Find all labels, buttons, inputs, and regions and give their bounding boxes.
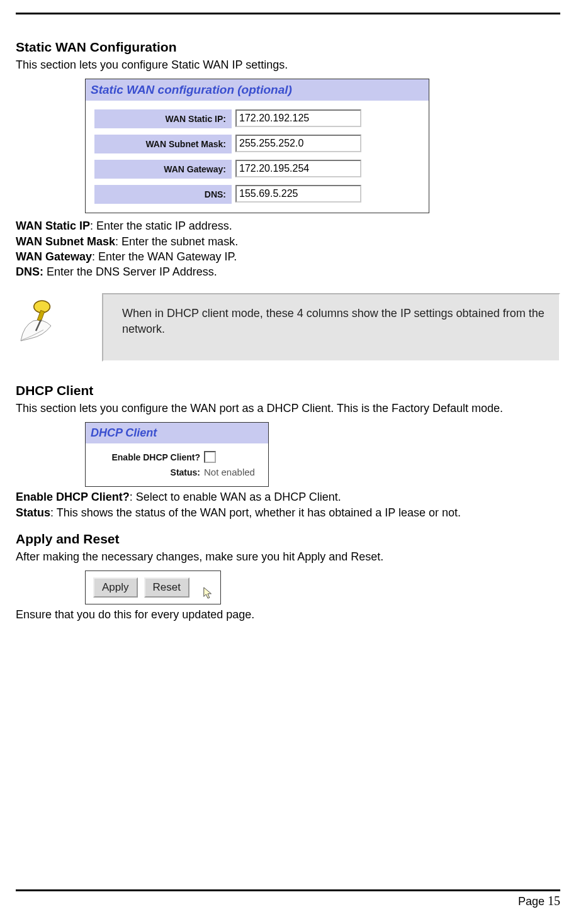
field-row-wan-subnet-mask: WAN Subnet Mask: <box>94 135 420 153</box>
dhcp-status-label: Status: <box>92 467 204 477</box>
def-wan-static-ip-desc: : Enter the static IP address. <box>90 220 232 232</box>
def-wan-gateway-desc: : Enter the WAN Gateway IP. <box>92 250 237 263</box>
static-wan-panel: Static WAN configuration (optional) WAN … <box>85 79 429 213</box>
dhcp-client-panel-title: DHCP Client <box>86 423 268 443</box>
def-status: Status: This shows the status of the WAN… <box>16 505 560 520</box>
apply-reset-heading: Apply and Reset <box>16 532 560 547</box>
label-wan-subnet-mask: WAN Subnet Mask: <box>94 135 232 153</box>
label-wan-gateway: WAN Gateway: <box>94 160 232 179</box>
input-wan-static-ip[interactable] <box>235 109 361 127</box>
label-dns: DNS: <box>94 185 232 204</box>
def-wan-subnet-mask-desc: : Enter the subnet mask. <box>115 235 238 248</box>
bottom-rule <box>16 889 560 891</box>
static-wan-panel-title: Static WAN configuration (optional) <box>86 79 429 101</box>
static-wan-heading: Static WAN Configuration <box>16 40 560 55</box>
dhcp-enable-label: Enable DHCP Client? <box>92 452 204 462</box>
page-number: Page 15 <box>16 894 560 908</box>
page-label: Page <box>518 895 548 908</box>
apply-reset-outro: Ensure that you do this for every update… <box>16 607 560 622</box>
def-enable-dhcp-term: Enable DHCP Client? <box>16 491 130 503</box>
def-wan-gateway: WAN Gateway: Enter the WAN Gateway IP. <box>16 249 560 264</box>
def-wan-subnet-mask: WAN Subnet Mask: Enter the subnet mask. <box>16 234 560 249</box>
dhcp-status-row: Status: Not enabled <box>92 467 262 477</box>
def-status-term: Status <box>16 506 50 519</box>
note-row: When in DHCP client mode, these 4 column… <box>16 293 560 362</box>
dhcp-enable-checkbox[interactable] <box>204 451 216 463</box>
mouse-cursor-icon <box>203 586 214 600</box>
def-wan-subnet-mask-term: WAN Subnet Mask <box>16 235 115 248</box>
def-wan-gateway-term: WAN Gateway <box>16 250 92 263</box>
label-wan-static-ip: WAN Static IP: <box>94 109 232 128</box>
dhcp-enable-row: Enable DHCP Client? <box>92 451 262 463</box>
pushpin-note-icon <box>16 293 76 348</box>
def-dns-desc: Enter the DNS Server IP Address. <box>43 265 217 278</box>
input-dns[interactable] <box>235 185 361 203</box>
dhcp-status-value: Not enabled <box>204 467 255 477</box>
def-wan-static-ip: WAN Static IP: Enter the static IP addre… <box>16 218 560 233</box>
dhcp-client-intro: This section lets you configure the WAN … <box>16 401 560 416</box>
field-row-dns: DNS: <box>94 185 420 204</box>
def-enable-dhcp: Enable DHCP Client?: Select to enable WA… <box>16 489 560 504</box>
def-dns-term: DNS: <box>16 265 43 278</box>
static-wan-intro: This section lets you configure Static W… <box>16 57 560 72</box>
def-dns: DNS: Enter the DNS Server IP Address. <box>16 264 560 279</box>
top-rule <box>16 13 560 14</box>
def-wan-static-ip-term: WAN Static IP <box>16 220 90 232</box>
apply-reset-panel: Apply Reset <box>85 571 221 604</box>
note-box: When in DHCP client mode, these 4 column… <box>102 293 560 362</box>
apply-button[interactable]: Apply <box>93 577 138 598</box>
def-enable-dhcp-desc: : Select to enable WAN as a DHCP Client. <box>130 491 341 503</box>
apply-reset-intro: After making the necessary changes, make… <box>16 549 560 564</box>
page-num: 15 <box>548 894 560 908</box>
reset-button[interactable]: Reset <box>144 577 189 598</box>
field-row-wan-gateway: WAN Gateway: <box>94 160 420 179</box>
input-wan-gateway[interactable] <box>235 160 361 177</box>
dhcp-client-heading: DHCP Client <box>16 383 560 398</box>
field-row-wan-static-ip: WAN Static IP: <box>94 109 420 128</box>
input-wan-subnet-mask[interactable] <box>235 135 361 152</box>
dhcp-client-panel: DHCP Client Enable DHCP Client? Status: … <box>85 422 269 487</box>
def-status-desc: : This shows the status of the WAN port,… <box>50 506 461 519</box>
